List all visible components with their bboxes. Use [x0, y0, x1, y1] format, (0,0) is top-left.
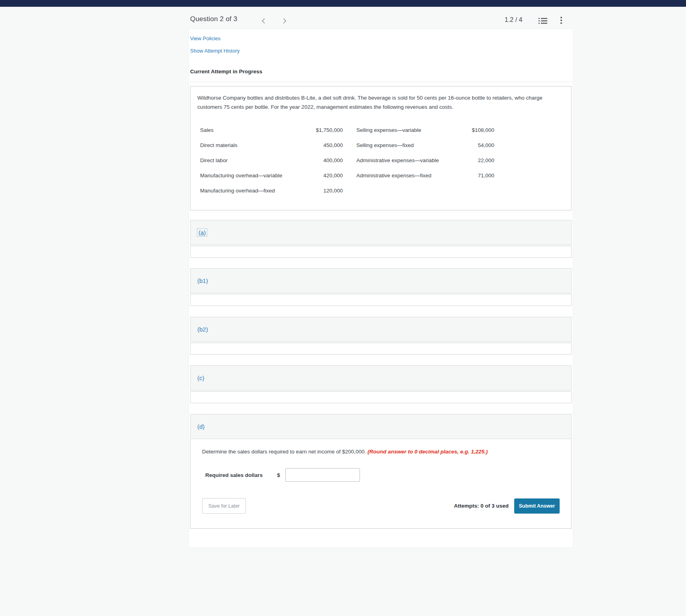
table-cell: Administrative expenses—variable	[356, 157, 462, 163]
table-cell: 54,000	[462, 142, 494, 148]
table-cell: Administrative expenses—fixed	[356, 173, 462, 179]
chevron-left-icon	[261, 18, 265, 24]
question-text: Wildhorse Company bottles and distribute…	[197, 94, 562, 112]
dollar-sign: $	[277, 472, 280, 478]
part-d-prompt: Determine the sales dollars required to …	[202, 449, 557, 455]
section-b1-link[interactable]: (b1)	[197, 277, 208, 284]
attempts-counter: Attempts: 0 of 3 used	[454, 503, 509, 509]
section-a-header: (a)	[190, 220, 572, 245]
question-statement-box: Wildhorse Company bottles and distribute…	[190, 86, 572, 210]
next-question-button[interactable]	[279, 16, 290, 26]
section-b1-collapsed-content	[190, 294, 572, 306]
table-cell: 450,000	[313, 142, 343, 148]
heading-divider	[190, 82, 572, 82]
current-attempt-heading: Current Attempt in Progress	[190, 69, 262, 75]
question-list-button[interactable]	[538, 17, 548, 25]
score-display: 1.2 / 4	[505, 16, 522, 24]
table-cell: 400,000	[313, 157, 343, 163]
section-c-collapsed-content	[190, 391, 572, 403]
table-cell: Direct materials	[200, 142, 313, 148]
question-list-icon	[539, 18, 547, 24]
table-cell: $1,750,000	[313, 127, 343, 133]
table-cell: $108,000	[462, 127, 494, 133]
question-counter: Question 2 of 3	[190, 15, 237, 23]
section-b2-header: (b2)	[190, 317, 572, 342]
table-cell: Sales	[200, 127, 313, 133]
top-navigation-bar	[0, 0, 686, 7]
question-content-panel: View Policies Show Attempt History Curre…	[189, 29, 573, 547]
table-cell: Selling expenses—fixed	[356, 142, 462, 148]
quiz-page: Question 2 of 3 1.2 / 4 View Policies Sh…	[0, 0, 686, 616]
section-c-header: (c)	[190, 365, 572, 390]
answer-input[interactable]	[285, 468, 360, 482]
submit-answer-button[interactable]: Submit Answer	[514, 498, 560, 514]
table-cell: Selling expenses—variable	[356, 127, 462, 133]
kebab-menu-icon	[560, 17, 562, 24]
chevron-right-icon	[283, 18, 287, 24]
answer-footer-row: Save for Later Attempts: 0 of 3 used Sub…	[202, 498, 560, 514]
section-a-link[interactable]: (a)	[197, 229, 207, 236]
section-a-collapsed-content	[190, 246, 572, 258]
footer-right-group: Attempts: 0 of 3 used Submit Answer	[454, 498, 560, 514]
prompt-text: Determine the sales dollars required to …	[202, 449, 368, 455]
rounding-note: (Round answer to 0 decimal places, e.g. …	[368, 449, 488, 455]
table-cell: 71,000	[462, 173, 494, 179]
answer-input-row: Required sales dollars $	[205, 468, 360, 482]
section-b2-link[interactable]: (b2)	[197, 326, 208, 333]
section-b1-header: (b1)	[190, 268, 572, 293]
section-d-header: (d)	[190, 414, 572, 439]
section-b2-collapsed-content	[190, 343, 572, 355]
save-for-later-button[interactable]: Save for Later	[202, 498, 246, 514]
required-sales-label: Required sales dollars	[205, 472, 263, 478]
section-c-link[interactable]: (c)	[197, 375, 204, 381]
view-policies-link[interactable]: View Policies	[190, 35, 220, 41]
table-cell: 120,000	[313, 188, 343, 194]
section-d-link[interactable]: (d)	[197, 423, 204, 430]
cost-table: Sales $1,750,000 Selling expenses—variab…	[200, 122, 494, 198]
table-cell: Direct labor	[200, 157, 313, 163]
table-cell: Manufacturing overhead—fixed	[200, 188, 313, 194]
table-cell: 22,000	[462, 157, 494, 163]
more-options-button[interactable]	[558, 16, 565, 25]
table-cell: 420,000	[313, 173, 343, 179]
table-cell: Manufacturing overhead—variable	[200, 173, 313, 179]
section-d-content: Determine the sales dollars required to …	[190, 439, 572, 529]
prev-question-button[interactable]	[258, 16, 269, 26]
show-attempt-history-link[interactable]: Show Attempt History	[190, 48, 240, 54]
